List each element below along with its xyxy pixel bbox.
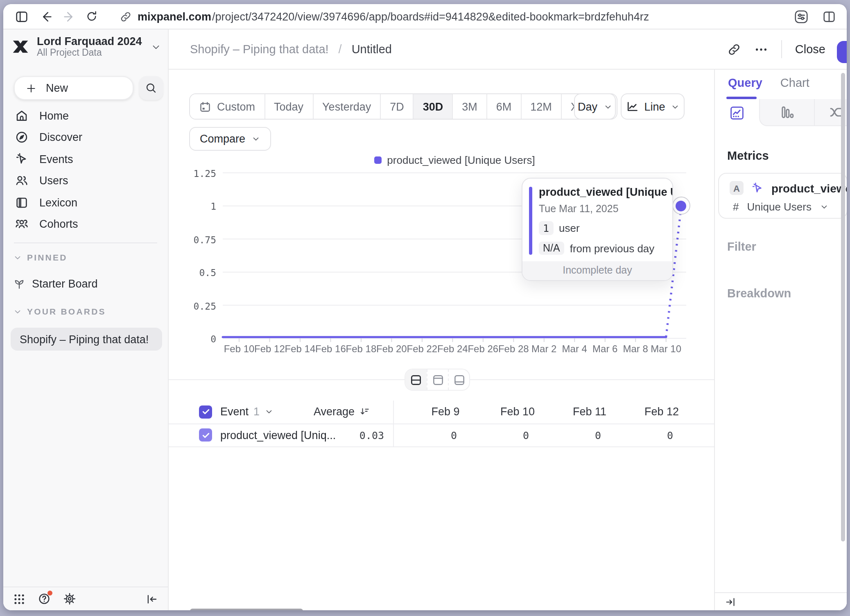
collapse-sidebar-icon[interactable] [146, 593, 158, 605]
range-12m[interactable]: 12M [520, 94, 561, 119]
nav-label: Cohorts [39, 218, 78, 231]
browser-split-view-button[interactable] [819, 7, 839, 26]
more-options-icon[interactable] [754, 42, 768, 56]
new-button[interactable]: New [14, 76, 133, 100]
funnels-report-tab[interactable] [759, 99, 814, 126]
back-icon [39, 9, 53, 23]
average-column-header[interactable]: Average [223, 406, 370, 418]
metric-aggregation[interactable]: Unique Users [747, 201, 812, 213]
table-column-divider [393, 401, 394, 447]
date-column-header: Feb 12 [626, 406, 698, 418]
breakdown-section-header[interactable]: Breakdown [727, 287, 791, 300]
sidebar-item-cohorts[interactable]: Cohorts [3, 213, 168, 235]
filter-section-header[interactable]: Filter [727, 240, 756, 253]
browser-forward-button[interactable] [59, 7, 79, 26]
table-data-row[interactable]: product_viewed [Uniq... 0.03 0000 [169, 424, 714, 447]
settings-gear-icon[interactable] [63, 592, 76, 605]
close-button[interactable]: Close [795, 43, 825, 56]
range-yesterday[interactable]: Yesterday [312, 94, 380, 119]
sidebar-item-lexicon[interactable]: Lexicon [3, 192, 168, 213]
sidebar-divider [14, 242, 157, 243]
pinned-label: PINNED [27, 252, 68, 262]
browser-back-button[interactable] [36, 7, 56, 26]
sidebar-item-starter-board[interactable]: Starter Board [13, 278, 98, 290]
users-icon [15, 174, 29, 188]
your-boards-section-header[interactable]: YOUR BOARDS [13, 306, 106, 316]
select-all-checkbox[interactable] [199, 405, 212, 419]
board-header: Shopify – Piping that data! / Untitled C… [169, 29, 847, 70]
range-30d[interactable]: 30D [413, 94, 452, 119]
range-today[interactable]: Today [264, 94, 312, 119]
browser-sidebar-toggle-button[interactable] [11, 7, 31, 26]
sidebar-item-selected-board[interactable]: Shopify – Piping that data! [11, 328, 162, 351]
project-selector[interactable]: Lord Farquaad 2024 All Project Data [11, 36, 161, 57]
metric-card[interactable]: A product_viewed # Unique Users [718, 173, 847, 219]
lexicon-icon [15, 196, 29, 210]
chart-type-dropdown[interactable]: Line [621, 93, 685, 120]
breadcrumb-page[interactable]: Untitled [352, 43, 392, 56]
collapse-panel-icon[interactable] [725, 596, 736, 607]
top-layout-icon [431, 373, 444, 386]
calendar-icon [199, 100, 211, 113]
pinned-section-header[interactable]: PINNED [13, 252, 68, 262]
new-button-label: New [46, 82, 68, 94]
apps-grid-icon[interactable] [13, 593, 25, 605]
sidebar-footer [3, 587, 168, 610]
sprout-icon [13, 278, 25, 290]
tab-chart[interactable]: Chart [780, 76, 809, 89]
y-axis-tick-label: 0 [179, 333, 216, 345]
help-button[interactable] [38, 592, 51, 605]
date-cell-value: 0 [626, 429, 698, 441]
project-scope: All Project Data [37, 48, 151, 58]
nav-label: Lexicon [39, 197, 77, 209]
insights-report-tab[interactable] [715, 99, 759, 126]
line-chart[interactable]: product_viewed [Unique Users] 1.2510.750… [169, 156, 714, 373]
range-7d[interactable]: 7D [380, 94, 413, 119]
sidebar-item-home[interactable]: Home [3, 105, 168, 127]
browser-window: mixpanel.com/project/3472420/view/397469… [3, 4, 847, 610]
browser-page-settings-button[interactable] [791, 7, 811, 26]
row-checkbox[interactable] [199, 428, 212, 442]
address-bar[interactable]: mixpanel.com/project/3472420/view/397469… [120, 10, 784, 23]
range-label: Today [274, 100, 303, 113]
sidebar-item-discover[interactable]: Discover [3, 127, 168, 148]
layout-chart-only-toggle[interactable] [427, 369, 448, 390]
query-panel-footer [715, 592, 847, 610]
check-icon [201, 408, 210, 417]
sidebar-item-users[interactable]: Users [3, 170, 168, 192]
layout-table-only-toggle[interactable] [448, 369, 469, 390]
sidebar-item-events[interactable]: Events [3, 148, 168, 170]
tab-query[interactable]: Query [728, 76, 762, 89]
browser-reload-button[interactable] [82, 7, 102, 26]
range-3m[interactable]: 3M [452, 94, 486, 119]
breadcrumb-board[interactable]: Shopify – Piping that data! [190, 43, 329, 56]
range-custom[interactable]: Custom [190, 94, 264, 119]
range-label: 3M [462, 100, 477, 113]
compare-button[interactable]: Compare [189, 127, 271, 151]
row-average-value: 0.03 [223, 429, 384, 441]
chart-legend: product_viewed [Unique Users] [223, 154, 686, 166]
search-button[interactable] [139, 76, 163, 100]
vertical-scrollbar[interactable] [841, 73, 845, 541]
nav-label: Events [39, 153, 73, 165]
layout-toggle-group [405, 369, 469, 390]
link-icon [120, 10, 132, 23]
chevron-down-icon [671, 102, 680, 111]
split-view-icon [822, 9, 836, 23]
horizontal-scrollbar[interactable] [190, 609, 303, 610]
metric-event-name: product_viewed [771, 181, 847, 195]
breadcrumb: Shopify – Piping that data! / Untitled [190, 43, 392, 56]
table-header-row: Event 1 Average Feb 9Feb 10Feb 11Feb 12 [169, 401, 714, 424]
nav-label: Home [39, 110, 69, 122]
granularity-dropdown[interactable]: Day [574, 93, 616, 120]
save-button-partial[interactable] [837, 41, 847, 63]
layout-split-toggle[interactable] [405, 369, 427, 390]
notification-dot [47, 591, 52, 596]
range-6m[interactable]: 6M [486, 94, 521, 119]
compass-icon [15, 131, 29, 145]
copy-link-icon[interactable] [727, 42, 741, 56]
chevron-down-icon [603, 102, 612, 111]
tooltip-delta: N/A [539, 242, 564, 255]
tooltip-value-unit: user [559, 222, 580, 234]
header-divider [781, 40, 782, 58]
